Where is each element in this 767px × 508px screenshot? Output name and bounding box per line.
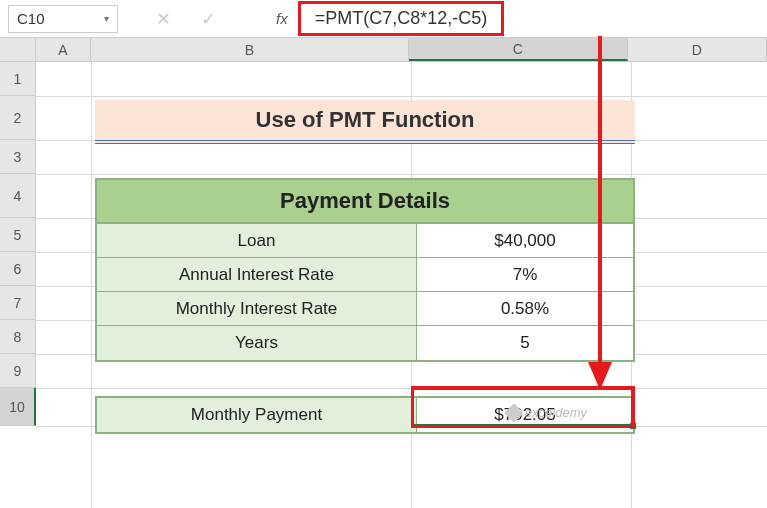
- row-header-9[interactable]: 9: [0, 354, 36, 388]
- row-header-5[interactable]: 5: [0, 218, 36, 252]
- watermark: exceldemy: [507, 405, 587, 420]
- result-label[interactable]: Monthly Payment: [97, 398, 417, 432]
- row-headers: 1 2 3 4 5 6 7 8 9 10: [0, 62, 36, 426]
- watermark-text: exceldemy: [525, 405, 587, 420]
- cell-value[interactable]: 5: [417, 326, 633, 360]
- formula-bar-icons: ✕ ✓ fx: [156, 8, 288, 30]
- payment-details-table: Payment Details Loan $40,000 Annual Inte…: [95, 178, 635, 362]
- cell-label[interactable]: Years: [97, 326, 417, 360]
- row-header-2[interactable]: 2: [0, 96, 36, 140]
- row-header-7[interactable]: 7: [0, 286, 36, 320]
- sheet-title: Use of PMT Function: [95, 100, 635, 144]
- watermark-logo-icon: [504, 403, 524, 423]
- row-header-10[interactable]: 10: [0, 388, 36, 426]
- col-header-B[interactable]: B: [91, 38, 409, 61]
- name-box-value: C10: [17, 10, 45, 27]
- fill-handle[interactable]: [630, 423, 636, 429]
- formula-input[interactable]: =PMT(C7,C8*12,-C5): [298, 1, 505, 36]
- table-row: Loan $40,000: [97, 224, 633, 258]
- formula-bar-row: C10 ▾ ✕ ✓ fx =PMT(C7,C8*12,-C5): [0, 0, 767, 38]
- cell-value[interactable]: 0.58%: [417, 292, 633, 325]
- column-headers: A B C D: [36, 38, 767, 62]
- table-header: Payment Details: [97, 180, 633, 224]
- col-header-C[interactable]: C: [409, 38, 628, 61]
- table-row: Monthly Interest Rate 0.58%: [97, 292, 633, 326]
- row-header-3[interactable]: 3: [0, 140, 36, 174]
- table-row: Annual Interest Rate 7%: [97, 258, 633, 292]
- fx-icon[interactable]: fx: [276, 10, 288, 27]
- row-header-8[interactable]: 8: [0, 320, 36, 354]
- row-header-4[interactable]: 4: [0, 174, 36, 218]
- row-header-1[interactable]: 1: [0, 62, 36, 96]
- cell-value[interactable]: $40,000: [417, 224, 633, 257]
- cancel-icon[interactable]: ✕: [156, 8, 171, 30]
- cell-label[interactable]: Monthly Interest Rate: [97, 292, 417, 325]
- chevron-down-icon[interactable]: ▾: [104, 13, 109, 24]
- col-header-D[interactable]: D: [628, 38, 767, 61]
- cell-value[interactable]: 7%: [417, 258, 633, 291]
- cell-label[interactable]: Annual Interest Rate: [97, 258, 417, 291]
- name-box[interactable]: C10 ▾: [8, 5, 118, 33]
- worksheet-content: Use of PMT Function Payment Details Loan…: [95, 100, 635, 434]
- row-header-6[interactable]: 6: [0, 252, 36, 286]
- accept-icon[interactable]: ✓: [201, 8, 216, 30]
- select-all-corner[interactable]: [0, 38, 36, 62]
- col-header-A[interactable]: A: [36, 38, 91, 61]
- table-row: Years 5: [97, 326, 633, 360]
- cell-label[interactable]: Loan: [97, 224, 417, 257]
